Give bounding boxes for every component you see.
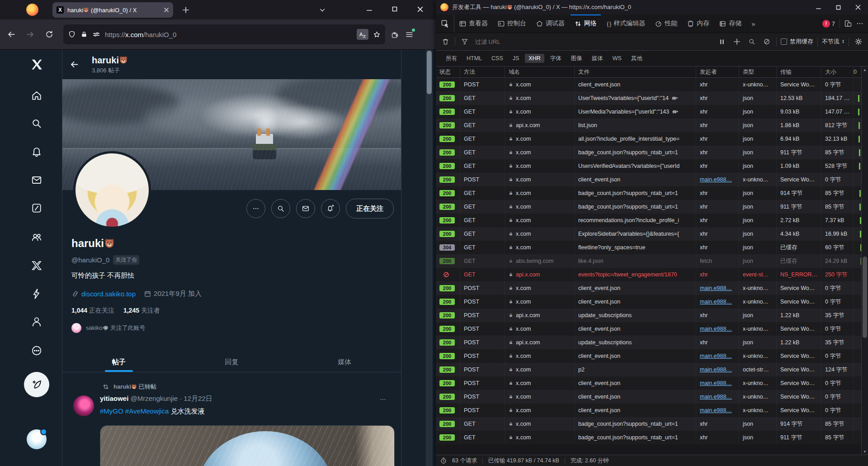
network-request-row[interactable]: 200POSTx.comclient_event.jsonmain.e988…x… xyxy=(436,390,861,404)
network-request-row[interactable]: 200GETx.comall.json?include_profile_inte… xyxy=(436,132,861,146)
devtools-tab-performance[interactable]: 性能 xyxy=(650,14,682,33)
filter-media[interactable]: 媒体 xyxy=(588,53,607,64)
devtools-tab-style-editor[interactable]: { }样式编辑器 xyxy=(602,14,650,33)
tweet-author-meta[interactable]: @Mrzengkunjie · 12月22日 xyxy=(131,395,212,402)
devtools-tab-inspector[interactable]: 查看器 xyxy=(454,14,493,33)
network-request-row[interactable]: 200GETx.comUserTweets?variables={"userId… xyxy=(436,91,861,105)
filter-xhr[interactable]: XHR xyxy=(525,54,544,63)
network-request-row[interactable]: 200POSTapi.x.comupdate_subscriptionsxhrj… xyxy=(436,309,861,322)
column-size[interactable]: 大小 xyxy=(821,67,854,77)
network-request-row[interactable]: 200GETx.comUserMedia?variables={"userId"… xyxy=(436,105,861,119)
devtools-tab-network[interactable]: 网络 xyxy=(570,14,602,33)
tab-replies[interactable]: 回复 xyxy=(175,352,288,372)
tweet-author-name[interactable]: yitiaowei xyxy=(100,395,128,402)
network-request-row[interactable]: 200POSTx.comp2main.e988…octet-str…Servic… xyxy=(436,363,861,376)
network-request-row[interactable]: 200POSTx.comclient_event.jsonmain.e988…x… xyxy=(436,173,861,186)
tweet-image[interactable] xyxy=(100,425,395,466)
more-options-button[interactable] xyxy=(246,199,265,218)
tweet-author-avatar[interactable] xyxy=(73,395,94,416)
error-counter[interactable]: ! 7 xyxy=(822,20,835,28)
forward-button[interactable] xyxy=(23,27,38,42)
network-request-row[interactable]: 200POSTapi.x.comupdate_subscriptionsxhrj… xyxy=(436,336,861,349)
message-button[interactable] xyxy=(296,199,315,218)
column-file[interactable]: 文件 xyxy=(575,67,696,77)
search-requests-icon[interactable] xyxy=(746,36,757,47)
tweet-more-icon[interactable] xyxy=(379,395,387,404)
back-button[interactable] xyxy=(4,27,19,42)
block-requests-icon[interactable] xyxy=(761,36,772,47)
network-request-row[interactable]: 304GETx.comfleetline?only_spaces=truexhr… xyxy=(436,241,861,254)
scroll-down-icon[interactable]: ▼ xyxy=(862,448,868,455)
disable-cache-checkbox[interactable]: 禁用缓存 xyxy=(781,38,813,46)
network-request-row[interactable]: 200GETx.comExploreSidebar?variables={}&f… xyxy=(436,227,861,241)
devtools-tabs-overflow-icon[interactable]: » xyxy=(746,14,760,33)
browser-scrollbar[interactable] xyxy=(426,50,433,466)
url-text[interactable]: https://x.com/harukiO_0 xyxy=(105,31,176,38)
network-request-row[interactable]: 200GETx.combadge_count.json?supports_nta… xyxy=(436,186,861,200)
url-bar[interactable]: https://x.com/harukiO_0 A文 xyxy=(63,24,385,44)
network-request-row[interactable]: GETapi.x.comevents?topic=/tweet_engageme… xyxy=(436,268,861,281)
window-maximize-button[interactable] xyxy=(384,0,405,18)
devtools-scrollbar-thumb[interactable] xyxy=(863,257,867,338)
website-link[interactable]: discord.sakiko.top xyxy=(81,290,136,298)
tweet-hashtags[interactable]: #MyGO #AveMeowjica xyxy=(100,407,169,415)
followers-stat[interactable]: 1,245 关注者 xyxy=(123,307,160,315)
browser-scrollbar-thumb[interactable] xyxy=(427,51,432,94)
column-method[interactable]: 方法 xyxy=(460,67,505,77)
window-close-button[interactable] xyxy=(410,0,430,18)
menu-hamburger-icon[interactable] xyxy=(406,31,413,38)
sidebar-premium-icon[interactable] xyxy=(25,254,48,277)
profile-search-button[interactable] xyxy=(271,199,290,218)
network-request-row[interactable]: 200POSTx.comclient_event.jsonmain.e988…x… xyxy=(436,404,861,417)
filter-ws[interactable]: WS xyxy=(609,54,625,63)
profile-avatar[interactable] xyxy=(73,151,151,229)
network-request-row[interactable]: 200POSTx.comclient_event.jsonmain.e988…x… xyxy=(436,322,861,336)
filter-css[interactable]: CSS xyxy=(488,54,507,63)
new-tab-button[interactable] xyxy=(180,4,192,16)
devtools-close-button[interactable] xyxy=(848,0,868,14)
bookmark-star-icon[interactable] xyxy=(373,31,381,38)
perf-clock-icon[interactable] xyxy=(440,457,447,464)
retweet-header[interactable]: haruki 已转帖 xyxy=(102,383,156,391)
network-request-row[interactable]: 200POSTx.comclient_event.jsonmain.e988…x… xyxy=(436,295,861,309)
column-waterfall[interactable]: 0 xyxy=(854,67,861,77)
pick-element-icon[interactable] xyxy=(436,14,454,33)
network-request-row[interactable]: 200POSTx.comclient_event.jsonxhrx-unkno…… xyxy=(436,78,861,91)
scroll-up-icon[interactable]: ▲ xyxy=(862,67,868,73)
filter-html[interactable]: HTML xyxy=(463,54,486,63)
column-initiator[interactable]: 发起者 xyxy=(696,67,739,77)
browser-tab[interactable]: X haruki (@harukiO_0) / X xyxy=(52,2,173,18)
following-stat[interactable]: 1,044 正在关注 xyxy=(71,307,114,315)
network-request-row[interactable]: 200GETx.comUsersVerifiedAvatars?variable… xyxy=(436,159,861,173)
site-permissions-icon[interactable] xyxy=(92,30,100,38)
devtools-scrollbar[interactable]: ▲ ▼ xyxy=(861,67,868,455)
network-request-row[interactable]: 200POSTx.comclient_event.jsonmain.e988…x… xyxy=(436,376,861,390)
extensions-puzzle-icon[interactable] xyxy=(391,30,399,39)
network-request-row[interactable]: 200POSTx.comclient_event.jsonmain.e988…x… xyxy=(436,349,861,363)
sidebar-home-icon[interactable] xyxy=(25,84,48,107)
sidebar-messages-icon[interactable] xyxy=(25,168,48,192)
back-arrow-icon[interactable] xyxy=(70,60,79,69)
following-button[interactable]: 正在关注 xyxy=(346,199,394,219)
throttling-dropdown[interactable]: 不节流 ▲▼ xyxy=(822,38,844,46)
network-request-row[interactable]: 200GETapi.x.comlist.jsonxhrjson1.86 kB81… xyxy=(436,119,861,132)
window-minimize-button[interactable] xyxy=(359,0,380,18)
followed-by-row[interactable]: sakiko 关注了此账号 xyxy=(71,323,145,333)
filter-js[interactable]: JS xyxy=(509,54,523,63)
devtools-tab-debugger[interactable]: 调试器 xyxy=(531,14,570,33)
filter-all[interactable]: 所有 xyxy=(442,53,461,64)
network-request-row[interactable]: 200GETabs.twimg.comlike.4.jsonfetchjson已… xyxy=(436,254,861,268)
devtools-maximize-button[interactable] xyxy=(828,0,848,14)
network-request-row[interactable]: 200GETx.combadge_count.json?supports_nta… xyxy=(436,146,861,159)
network-request-row[interactable]: 200GETx.combadge_count.json?supports_nta… xyxy=(436,417,861,431)
compose-post-button[interactable] xyxy=(24,372,49,397)
sidebar-x-logo[interactable] xyxy=(25,52,48,76)
devtools-tab-memory[interactable]: 内存 xyxy=(682,14,714,33)
devtools-tab-console[interactable]: 控制台 xyxy=(493,14,531,33)
column-transferred[interactable]: 传输 xyxy=(777,67,821,77)
column-type[interactable]: 类型 xyxy=(739,67,777,77)
sidebar-search-icon[interactable] xyxy=(25,112,48,135)
sidebar-user-avatar[interactable] xyxy=(27,429,47,449)
network-request-row[interactable]: 200GETx.combadge_count.json?supports_nta… xyxy=(436,431,861,444)
sidebar-notifications-icon[interactable] xyxy=(25,140,48,164)
